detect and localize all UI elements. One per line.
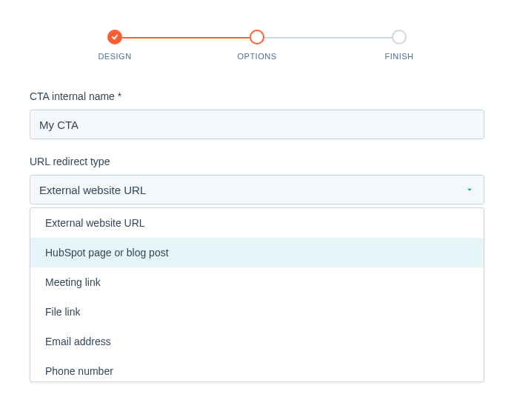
redirect-type-label: URL redirect type bbox=[30, 156, 484, 167]
stepper-connector bbox=[264, 37, 392, 39]
redirect-type-value: External website URL bbox=[39, 184, 146, 196]
dropdown-option[interactable]: Email address bbox=[30, 327, 484, 356]
step-circle-icon bbox=[250, 30, 264, 44]
step-options[interactable]: OPTIONS bbox=[231, 30, 283, 61]
cta-name-input[interactable] bbox=[30, 110, 484, 139]
chevron-down-icon bbox=[464, 184, 475, 195]
step-finish[interactable]: FINISH bbox=[373, 30, 425, 61]
dropdown-option[interactable]: Meeting link bbox=[30, 267, 484, 297]
step-design[interactable]: DESIGN bbox=[89, 30, 141, 61]
step-circle-icon bbox=[392, 30, 407, 44]
step-label: OPTIONS bbox=[237, 52, 276, 61]
redirect-type-dropdown: External website URL HubSpot page or blo… bbox=[30, 207, 484, 382]
wizard-stepper: DESIGN OPTIONS FINISH bbox=[89, 30, 425, 61]
stepper-connector bbox=[122, 37, 250, 39]
dropdown-option[interactable]: File link bbox=[30, 297, 484, 327]
dropdown-option[interactable]: External website URL bbox=[30, 208, 484, 238]
check-icon bbox=[107, 30, 122, 44]
cta-name-label: CTA internal name * bbox=[30, 90, 484, 102]
redirect-type-select[interactable]: External website URL bbox=[30, 175, 484, 204]
dropdown-option[interactable]: HubSpot page or blog post bbox=[30, 238, 484, 267]
step-label: DESIGN bbox=[98, 52, 131, 61]
step-label: FINISH bbox=[384, 52, 413, 61]
dropdown-option[interactable]: Phone number bbox=[30, 356, 484, 382]
